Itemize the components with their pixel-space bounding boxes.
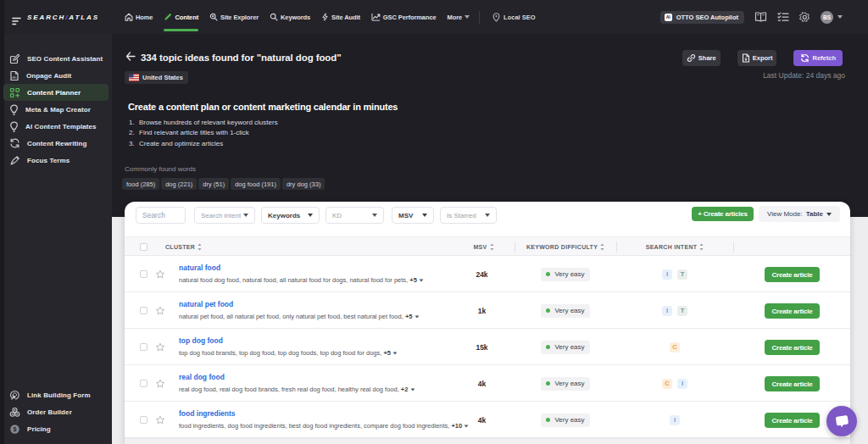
table-row: real dog food real dog food, real dog fo… — [125, 365, 850, 402]
create-article-button[interactable]: Create article — [765, 413, 820, 428]
back-arrow-icon — [125, 52, 136, 61]
row-checkbox[interactable] — [140, 380, 147, 387]
sidebar-item-meta-map-creator[interactable]: Meta & Map Creator — [3, 101, 108, 118]
cluster-keywords: natural food dog food, natural food, all… — [179, 276, 424, 284]
create-articles-button[interactable]: + Create articles — [692, 207, 754, 221]
expand-keywords[interactable]: +5 — [409, 276, 424, 284]
user-menu[interactable]: BS — [821, 11, 843, 24]
expand-keywords[interactable]: +2 — [401, 386, 415, 393]
column-divider — [515, 241, 515, 253]
column-header-msv[interactable]: MSV — [457, 237, 510, 257]
word-pill-dog-food[interactable]: dog food (191) — [231, 178, 281, 190]
nav-keywords[interactable]: Keywords — [270, 0, 310, 34]
sidebar-item-pricing[interactable]: $ Pricing — [3, 420, 108, 437]
export-button[interactable]: Export — [737, 50, 777, 66]
view-mode-selector[interactable]: View Mode: Table — [759, 206, 840, 222]
word-pill-dog[interactable]: dog (221) — [161, 178, 197, 190]
nav-more[interactable]: More — [448, 0, 470, 34]
create-article-button[interactable]: Create article — [765, 340, 820, 355]
difficulty-label: Very easy — [554, 380, 584, 387]
expand-keywords[interactable]: +5 — [383, 349, 398, 357]
create-article-button[interactable]: Create article — [765, 267, 820, 282]
more-count: +5 — [405, 313, 413, 320]
create-article-button[interactable]: Create article — [765, 376, 820, 391]
back-button[interactable] — [125, 51, 136, 63]
sidebar-item-ai-content-templates[interactable]: AI Content Templates — [3, 118, 108, 135]
word-pill-dry-dog[interactable]: dry dog (33) — [282, 178, 325, 190]
table-horizontal-scrollbar[interactable] — [125, 438, 850, 444]
column-header-search-intent[interactable]: SEARCH INTENT — [616, 237, 733, 257]
word-pill-dry[interactable]: dry (51) — [198, 178, 229, 190]
difficulty-badge: Very easy — [541, 268, 589, 281]
expand-keywords[interactable]: +5 — [405, 313, 420, 320]
sidebar-item-link-building-form[interactable]: Link Building Form — [3, 386, 108, 403]
link-building-icon — [9, 390, 20, 401]
cluster-link[interactable]: natural pet food — [179, 300, 233, 308]
nav-content-label: Content — [175, 14, 198, 21]
chevron-down-icon — [243, 214, 248, 217]
row-checkbox[interactable] — [140, 307, 147, 314]
msv-value: 4k — [455, 365, 509, 402]
sidebar-bottom-menu: Link Building Form Order Builder $ Prici… — [3, 386, 108, 437]
row-checkbox[interactable] — [140, 270, 147, 278]
cluster-link[interactable]: natural food — [179, 264, 220, 272]
cluster-link[interactable]: food ingredients — [179, 409, 236, 418]
country-badge[interactable]: United States — [125, 71, 188, 84]
create-article-button[interactable]: Create article — [765, 303, 820, 319]
refetch-button[interactable]: Refetch — [793, 50, 843, 66]
nav-site-explorer[interactable]: Site Explorer — [209, 0, 259, 34]
star-icon — [155, 306, 165, 316]
word-pill-food[interactable]: food (285) — [122, 178, 159, 190]
documentation-button[interactable] — [754, 12, 767, 22]
nav-gsc-performance[interactable]: GSC Performance — [371, 0, 437, 34]
keywords-filter[interactable]: Keywords — [261, 207, 320, 224]
star-button[interactable] — [155, 304, 165, 319]
sidebar-item-content-planner[interactable]: Content Planner — [3, 84, 108, 101]
table-row: natural food natural food dog food, natu… — [125, 256, 850, 292]
search-text-field[interactable] — [142, 211, 179, 219]
share-button[interactable]: Share — [682, 50, 721, 66]
row-checkbox[interactable] — [140, 416, 147, 424]
intent-cell: I — [616, 402, 733, 438]
more-count: +2 — [401, 386, 409, 393]
cluster-link[interactable]: top dog food — [179, 336, 223, 345]
star-button[interactable] — [155, 413, 165, 429]
searchatlas-logo[interactable]: SEARCH/ATLAS — [27, 14, 99, 21]
sidebar-item-order-builder[interactable]: Order Builder — [3, 403, 108, 420]
pen-icon — [9, 155, 20, 166]
is-starred-filter[interactable]: Is Starred — [440, 207, 497, 224]
star-button[interactable] — [155, 341, 165, 356]
settings-button[interactable] — [799, 12, 810, 23]
column-header-keyword-difficulty[interactable]: KEYWORD DIFFICULTY — [515, 237, 616, 257]
intro-steps: 1.Browse hundreds of relevant keyword cl… — [129, 118, 278, 149]
nav-content[interactable]: Content — [164, 0, 198, 34]
collapse-menu-icon[interactable] — [12, 14, 21, 22]
sidebar-item-seo-content-assistant[interactable]: SEO Content Assistant — [3, 50, 108, 67]
chat-widget-button[interactable] — [826, 406, 857, 436]
sidebar-item-focus-terms[interactable]: Focus Terms — [3, 152, 108, 169]
msv-filter[interactable]: MSV — [392, 207, 434, 224]
difficulty-badge: Very easy — [541, 341, 589, 354]
cluster-link[interactable]: real dog food — [179, 373, 225, 381]
logo-search: SEARCH — [27, 14, 65, 21]
column-header-cluster[interactable]: CLUSTER — [165, 237, 233, 257]
star-button[interactable] — [155, 377, 165, 392]
intent-badge: I — [662, 306, 672, 316]
row-checkbox[interactable] — [140, 343, 147, 351]
sidebar-item-onpage-audit[interactable]: Onpage Audit — [3, 67, 108, 84]
sidebar-item-content-rewriting[interactable]: Content Rewriting — [3, 135, 108, 152]
search-input[interactable] — [136, 207, 186, 224]
otto-seo-autopilot-button[interactable]: AI OTTO SEO Autopilot — [660, 11, 744, 24]
select-all-checkbox[interactable] — [140, 243, 147, 251]
nav-home[interactable]: Home — [125, 0, 153, 34]
audit-document-icon — [9, 70, 19, 81]
chevron-down-icon — [308, 214, 313, 217]
project-selector[interactable]: Local SEO — [492, 13, 536, 22]
nav-site-audit[interactable]: Site Audit — [321, 0, 360, 34]
star-button[interactable] — [155, 268, 165, 283]
msv-value: 24k — [455, 256, 509, 292]
task-list-button[interactable] — [777, 12, 789, 22]
content-planner-icon — [9, 87, 20, 98]
kd-filter[interactable]: KD — [326, 207, 384, 224]
search-intent-filter[interactable]: Search intent — [194, 207, 255, 224]
